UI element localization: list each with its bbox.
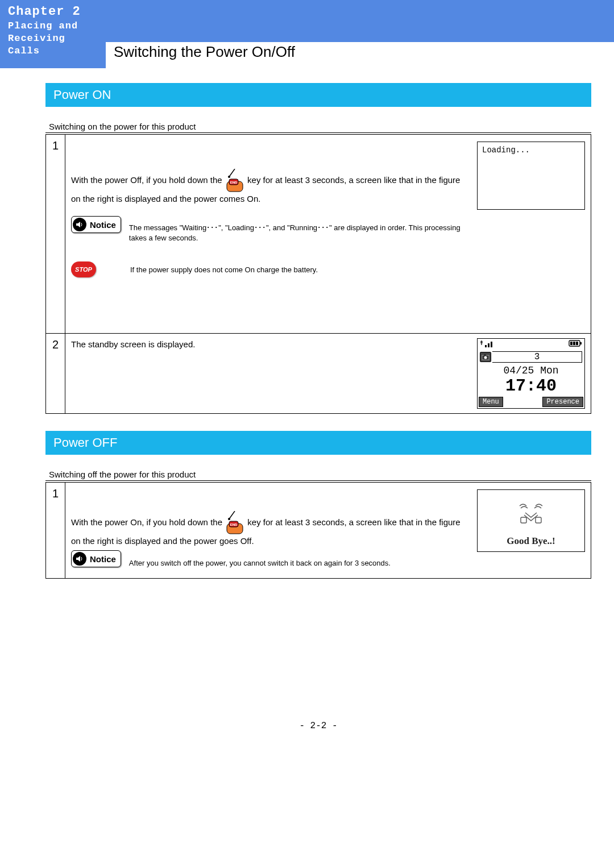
section-power-on: Power ON	[45, 83, 591, 107]
step-body: With the power On, if you hold down the …	[65, 483, 472, 578]
loading-screen: Loading...	[477, 142, 585, 210]
standby-time: 17:40	[478, 376, 584, 396]
sound-icon	[73, 218, 86, 231]
battery-icon	[569, 340, 582, 350]
step-figure: 3 04/25 Mon 17:40 Menu Presence	[471, 334, 591, 414]
notice-text: After you switch off the power, you cann…	[129, 558, 391, 568]
step-text: With the power Off, if you hold down the…	[71, 169, 466, 205]
signal-icon	[480, 340, 495, 350]
svg-rect-11	[573, 342, 575, 345]
standby-screen: 3 04/25 Mon 17:40 Menu Presence	[477, 338, 585, 409]
section-power-off: Power OFF	[45, 431, 591, 455]
power-off-steps-table: 1 With the power On, if you hold down th…	[45, 482, 591, 578]
svg-point-1	[228, 176, 230, 178]
svg-rect-15	[484, 354, 486, 356]
notice-badge: Notice	[71, 550, 121, 567]
notice-row: Notice After you switch off the power, y…	[71, 550, 466, 568]
svg-rect-21	[521, 517, 526, 523]
svg-rect-9	[580, 342, 582, 344]
end-key-icon: END	[225, 169, 245, 193]
stop-row: STOP If the power supply does not come O…	[71, 261, 466, 277]
content-area: Power ON Switching on the power for this…	[0, 68, 614, 731]
svg-rect-6	[488, 343, 489, 347]
goodbye-screen: Good Bye..!	[477, 489, 585, 552]
page-number: - 2-2 -	[45, 721, 591, 731]
step-number: 2	[46, 334, 65, 414]
svg-line-0	[229, 169, 235, 177]
softkey-menu: Menu	[479, 397, 503, 407]
standby-field: 3	[492, 351, 582, 363]
text-pre: With the power Off, if you hold down the	[71, 175, 225, 185]
loading-text: Loading...	[482, 146, 530, 155]
svg-line-16	[229, 511, 235, 519]
svg-text:END: END	[230, 523, 238, 526]
step-figure: Good Bye..!	[471, 483, 591, 578]
stop-badge: STOP	[71, 261, 96, 277]
sound-icon	[73, 552, 86, 566]
notice-text: The messages "Waiting･･･", "Loading･･･",…	[129, 223, 466, 243]
chapter-title: Chapter 2	[8, 5, 98, 19]
step-figure: Loading...	[471, 135, 591, 334]
step-body: With the power Off, if you hold down the…	[65, 135, 472, 334]
notice-label: Notice	[90, 220, 116, 230]
svg-point-14	[484, 356, 487, 359]
notice-badge: Notice	[71, 216, 121, 233]
step-text: With the power On, if you hold down the …	[71, 511, 466, 547]
svg-rect-5	[485, 345, 487, 347]
svg-rect-7	[491, 342, 492, 347]
step-number: 1	[46, 135, 65, 334]
svg-rect-10	[570, 342, 572, 345]
standby-date: 04/25 Mon	[478, 365, 584, 376]
svg-rect-22	[536, 517, 541, 523]
end-key-icon: END	[225, 511, 245, 535]
topic-title: Switching the Power On/Off	[114, 43, 614, 61]
power-on-steps-table: 1 With the power Off, if you hold down t…	[45, 134, 591, 414]
step-number: 1	[46, 483, 65, 578]
softkey-presence: Presence	[542, 397, 583, 407]
goodbye-text: Good Bye..!	[478, 535, 584, 547]
svg-rect-12	[576, 342, 578, 345]
camera-icon	[480, 352, 491, 362]
topic-box: Switching the Power On/Off	[106, 42, 614, 68]
power-on-subheading: Switching on the power for this product	[45, 122, 591, 133]
step-text: The standby screen is displayed.	[71, 339, 195, 349]
notice-label: Notice	[90, 554, 116, 564]
stop-text: If the power supply does not come On cha…	[130, 265, 318, 274]
notice-row: Notice The messages "Waiting･･･", "Loadi…	[71, 216, 466, 243]
svg-point-17	[228, 518, 230, 520]
chapter-subtitle: Placing and Receiving Calls	[8, 20, 98, 57]
text-pre: With the power On, if you hold down the	[71, 517, 225, 527]
page-header: Chapter 2 Placing and Receiving Calls Sw…	[0, 0, 614, 68]
step-body: The standby screen is displayed.	[65, 334, 472, 414]
power-off-subheading: Switching off the power for this product	[45, 470, 591, 481]
svg-text:END: END	[230, 181, 238, 184]
handshake-icon	[514, 500, 548, 525]
chapter-box: Chapter 2 Placing and Receiving Calls	[0, 0, 106, 68]
